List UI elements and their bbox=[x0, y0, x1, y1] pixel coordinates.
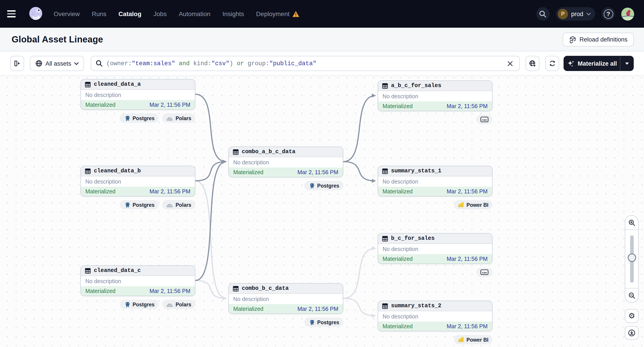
nav-item-label: Overview bbox=[54, 10, 80, 17]
nav-item-automation[interactable]: Automation bbox=[179, 10, 210, 17]
tag-chip-postgres[interactable]: Postgres bbox=[120, 200, 158, 209]
help-button[interactable]: ? bbox=[602, 7, 615, 20]
polars-icon bbox=[166, 115, 173, 121]
asset-status-row: MaterializedMar 2, 11:56 PM bbox=[378, 254, 492, 264]
asset-scope-label: All assets bbox=[45, 60, 71, 67]
nav-item-runs[interactable]: Runs bbox=[92, 10, 106, 17]
tag-label: Polars bbox=[176, 302, 191, 307]
asset-tag-row: PostgresPolars bbox=[80, 113, 195, 123]
asset-node-header: cleaned_data_a bbox=[81, 79, 195, 90]
materialize-all-button[interactable]: Materialize all bbox=[564, 56, 620, 70]
nav-item-deployment[interactable]: Deployment bbox=[256, 10, 299, 17]
refresh-icon bbox=[548, 60, 556, 67]
table-icon bbox=[382, 168, 388, 174]
asset-node-summary_stats_2[interactable]: summary_stats_2No descriptionMaterialize… bbox=[378, 301, 492, 331]
asset-name: cleaned_data_a bbox=[94, 81, 141, 87]
asset-status-row: MaterializedMar 2, 11:56 PM bbox=[81, 286, 195, 296]
csv-icon: csv bbox=[480, 117, 488, 122]
asset-graph-settings-button[interactable] bbox=[526, 56, 540, 71]
postgres-icon bbox=[124, 301, 130, 308]
zoom-in-button[interactable] bbox=[625, 216, 638, 230]
asset-node-combo_a_b_c_data[interactable]: combo_a_b_c_dataNo descriptionMaterializ… bbox=[228, 146, 343, 177]
asset-node-cleaned_data_c[interactable]: cleaned_data_cNo descriptionMaterialized… bbox=[80, 265, 195, 296]
materialize-options-button[interactable] bbox=[620, 56, 633, 70]
asset-node-cleaned_data_a[interactable]: cleaned_data_aNo descriptionMaterialized… bbox=[80, 79, 195, 110]
tag-label: Postgres bbox=[317, 183, 339, 188]
asset-status: Materialized bbox=[382, 256, 413, 262]
nav-item-overview[interactable]: Overview bbox=[54, 10, 80, 17]
asset-name: combo_a_b_c_data bbox=[242, 149, 296, 155]
tag-label: Postgres bbox=[132, 302, 154, 307]
download-image-button[interactable] bbox=[625, 326, 639, 340]
asset-node-b_c_for_sales[interactable]: b_c_for_salesNo descriptionMaterializedM… bbox=[378, 233, 492, 264]
close-icon bbox=[507, 60, 513, 66]
filter-bar: All assets (owner:"team:sales" and kind:… bbox=[0, 51, 644, 76]
nav-item-catalog[interactable]: Catalog bbox=[118, 10, 142, 17]
table-icon bbox=[382, 83, 388, 89]
asset-status: Materialized bbox=[85, 288, 116, 294]
asset-timestamp: Mar 2, 11:56 PM bbox=[447, 323, 488, 329]
asset-node-cleaned_data_b[interactable]: cleaned_data_bNo descriptionMaterialized… bbox=[80, 166, 195, 197]
tag-chip-polars[interactable]: Polars bbox=[162, 300, 195, 309]
asset-node-a_b_c_for_sales[interactable]: a_b_c_for_salesNo descriptionMaterialize… bbox=[378, 80, 492, 111]
globe-icon bbox=[35, 60, 42, 67]
asset-scope-dropdown[interactable]: All assets bbox=[30, 56, 84, 71]
tag-chip-polars[interactable]: Polars bbox=[162, 113, 195, 123]
nav-item-insights[interactable]: Insights bbox=[222, 10, 244, 17]
asset-node-combo_b_c_data[interactable]: combo_b_c_dataNo descriptionMaterialized… bbox=[228, 283, 343, 314]
tag-chip-csv[interactable]: csv bbox=[476, 115, 492, 124]
tag-label: Postgres bbox=[132, 202, 154, 207]
asset-status-row: MaterializedMar 2, 11:56 PM bbox=[378, 322, 492, 331]
search-button[interactable] bbox=[536, 7, 550, 20]
clear-search-button[interactable] bbox=[505, 58, 515, 68]
table-icon bbox=[85, 81, 91, 87]
tag-label: Postgres bbox=[132, 115, 154, 121]
gear-icon: ⚙ bbox=[628, 311, 635, 321]
tag-chip-postgres[interactable]: Postgres bbox=[304, 181, 343, 190]
asset-tag-row: csv bbox=[378, 268, 492, 277]
edge-combo_b_c_data-to-summary_stats_2 bbox=[343, 298, 376, 316]
table-icon bbox=[382, 236, 388, 241]
tag-chip-postgres[interactable]: Postgres bbox=[304, 318, 343, 327]
search-icon bbox=[96, 60, 103, 67]
asset-search-input[interactable]: (owner:"team:sales" and kind:"csv") or g… bbox=[91, 56, 520, 71]
tag-chip-postgres[interactable]: Postgres bbox=[120, 300, 158, 309]
tag-chip-powerbi[interactable]: Power BI bbox=[454, 335, 492, 344]
panel-toggle-icon bbox=[14, 60, 21, 67]
chevron-down-icon bbox=[74, 62, 79, 65]
graph-settings-button[interactable]: ⚙ bbox=[625, 309, 639, 323]
user-avatar[interactable] bbox=[621, 7, 634, 20]
reload-cube-icon bbox=[569, 36, 576, 43]
deployment-switcher[interactable]: P prod bbox=[556, 7, 595, 20]
asset-node-header: cleaned_data_b bbox=[81, 166, 195, 176]
asset-node-header: combo_b_c_data bbox=[229, 284, 343, 294]
postgres-icon bbox=[308, 319, 315, 325]
edge-combo_a_b_c_data-to-summary_stats_1 bbox=[343, 162, 376, 181]
refresh-button[interactable] bbox=[545, 56, 559, 71]
tag-chip-polars[interactable]: Polars bbox=[162, 200, 195, 209]
open-left-panel-button[interactable] bbox=[10, 56, 24, 71]
tag-chip-csv[interactable]: csv bbox=[476, 268, 492, 277]
nav-item-label: Insights bbox=[222, 10, 244, 17]
zoom-slider-thumb[interactable] bbox=[628, 253, 636, 262]
dagster-logo-icon[interactable] bbox=[28, 6, 44, 22]
reload-definitions-button[interactable]: Reload definitions bbox=[562, 32, 634, 46]
tag-chip-powerbi[interactable]: Power BI bbox=[454, 200, 492, 209]
caret-down-icon bbox=[624, 62, 629, 65]
tag-chip-postgres[interactable]: Postgres bbox=[120, 113, 158, 123]
hamburger-menu-icon[interactable] bbox=[7, 6, 22, 21]
asset-timestamp: Mar 2, 11:56 PM bbox=[447, 256, 488, 262]
asset-node-summary_stats_1[interactable]: summary_stats_1No descriptionMaterialize… bbox=[378, 166, 492, 197]
asset-node-header: summary_stats_1 bbox=[378, 166, 492, 176]
asset-lineage-canvas[interactable]: cleaned_data_aNo descriptionMaterialized… bbox=[0, 76, 644, 347]
tag-label: Power BI bbox=[466, 337, 488, 342]
zoom-out-button[interactable] bbox=[625, 289, 638, 302]
asset-timestamp: Mar 2, 11:56 PM bbox=[150, 288, 190, 294]
svg-text:csv: csv bbox=[482, 271, 487, 274]
asset-timestamp: Mar 2, 11:56 PM bbox=[298, 306, 338, 312]
page-title: Global Asset Lineage bbox=[12, 34, 103, 44]
asset-node-header: combo_a_b_c_data bbox=[229, 147, 343, 157]
asset-description: No description bbox=[378, 176, 492, 187]
csv-icon: csv bbox=[480, 269, 488, 275]
nav-item-jobs[interactable]: Jobs bbox=[154, 10, 167, 17]
